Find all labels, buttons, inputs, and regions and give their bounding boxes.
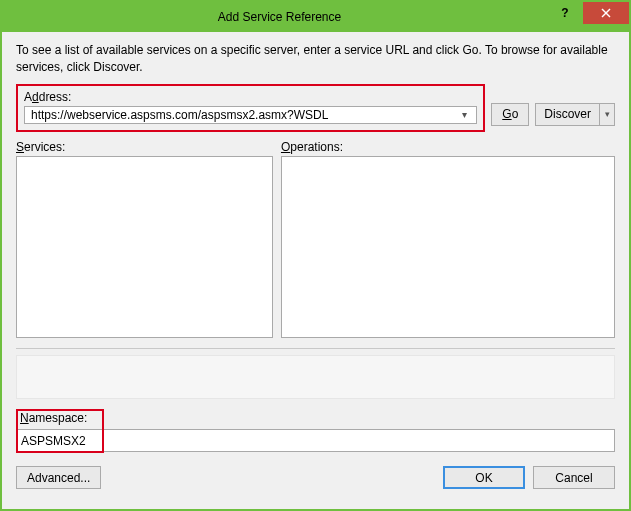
titlebar-buttons: ?	[547, 2, 629, 32]
address-row: Address: ▾ Go Discover ▾	[16, 84, 615, 132]
chevron-down-icon[interactable]: ▾	[457, 109, 472, 120]
address-label: Address:	[24, 90, 477, 104]
go-mnemonic: G	[502, 107, 511, 121]
lists-row: Services: Operations:	[16, 140, 615, 338]
namespace-input[interactable]	[16, 429, 615, 452]
bottom-row: Advanced... OK Cancel	[16, 466, 615, 495]
services-mnemonic: S	[16, 140, 24, 154]
instructions-text: To see a list of available services on a…	[16, 42, 615, 76]
window-title: Add Service Reference	[10, 10, 629, 24]
address-label-post: dress:	[39, 90, 72, 104]
address-input[interactable]	[29, 107, 457, 123]
discover-label: Discover	[536, 104, 600, 125]
help-button[interactable]: ?	[547, 2, 583, 24]
operations-mnemonic: O	[281, 140, 290, 154]
services-label-text: ervices:	[24, 140, 65, 154]
namespace-label-text: amespace:	[29, 411, 88, 425]
close-button[interactable]	[583, 2, 629, 24]
go-label: o	[512, 107, 519, 121]
address-label-pre: A	[24, 90, 32, 104]
services-listbox[interactable]	[16, 156, 273, 338]
cancel-button[interactable]: Cancel	[533, 466, 615, 489]
operations-label-text: perations:	[290, 140, 343, 154]
address-label-mnemonic: d	[32, 90, 39, 104]
chevron-down-icon[interactable]: ▾	[600, 109, 614, 119]
services-column: Services:	[16, 140, 273, 338]
services-label: Services:	[16, 140, 273, 154]
address-combobox[interactable]: ▾	[24, 106, 477, 124]
namespace-mnemonic: N	[20, 411, 29, 425]
content-area: To see a list of available services on a…	[2, 32, 629, 509]
advanced-button[interactable]: Advanced...	[16, 466, 101, 489]
operations-label: Operations:	[281, 140, 615, 154]
titlebar: Add Service Reference ?	[2, 2, 629, 32]
namespace-input-row	[16, 429, 615, 452]
go-button[interactable]: Go	[491, 103, 529, 126]
dialog-window: Add Service Reference ? To see a list of…	[0, 0, 631, 511]
ok-button[interactable]: OK	[443, 466, 525, 489]
address-highlight: Address: ▾	[16, 84, 485, 132]
close-icon	[601, 8, 611, 18]
operations-column: Operations:	[281, 140, 615, 338]
operations-listbox[interactable]	[281, 156, 615, 338]
separator	[16, 348, 615, 349]
namespace-group: Namespace:	[16, 409, 615, 452]
status-area	[16, 355, 615, 399]
discover-button[interactable]: Discover ▾	[535, 103, 615, 126]
namespace-label: Namespace:	[16, 409, 615, 427]
